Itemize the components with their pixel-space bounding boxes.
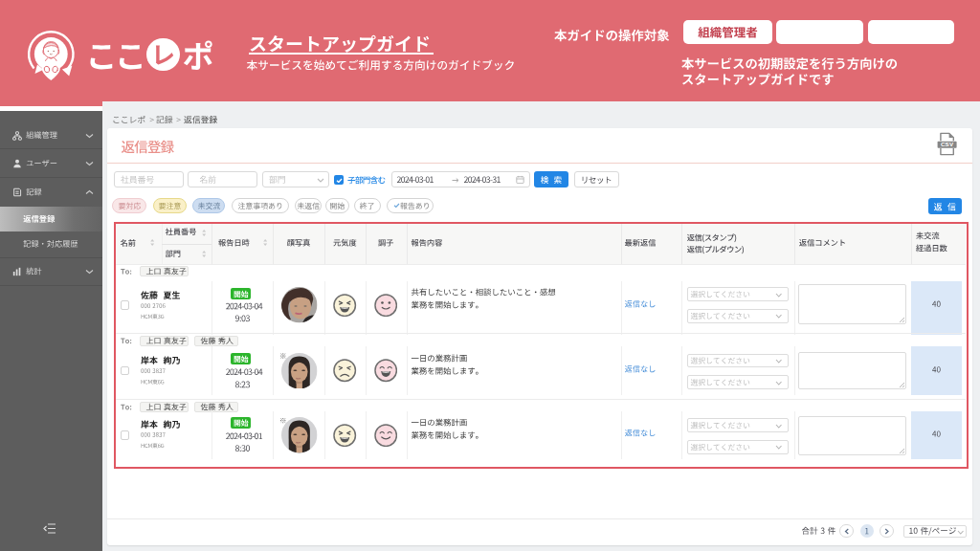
svg-text:CSV: CSV: [940, 141, 953, 147]
